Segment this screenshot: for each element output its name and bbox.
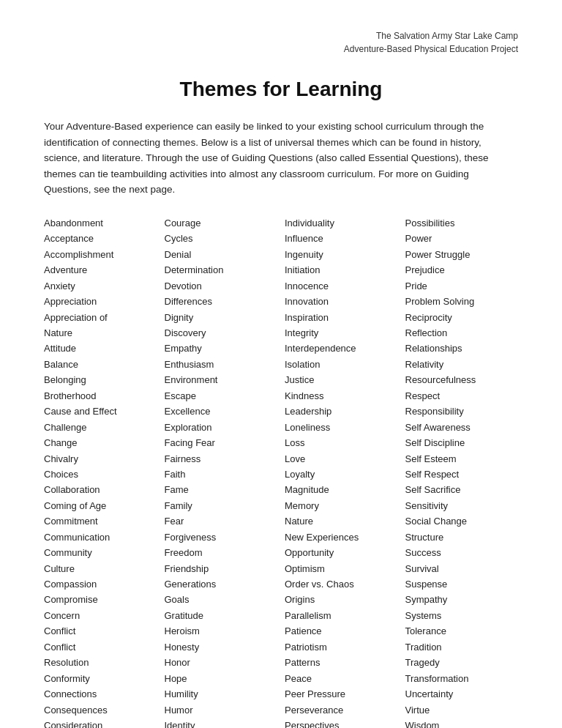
- list-item: Love: [285, 451, 398, 467]
- list-item: Loss: [285, 435, 398, 450]
- header-line1: The Salvation Army Star Lake Camp: [376, 31, 518, 41]
- list-item: Friendship: [165, 561, 278, 576]
- list-item: Resourcefulness: [405, 372, 519, 387]
- list-item: Ingenuity: [285, 247, 398, 262]
- list-item: Faith: [165, 467, 278, 482]
- column-4: PossibilitiesPowerPower StrugglePrejudic…: [405, 215, 519, 728]
- list-item: Influence: [285, 231, 398, 246]
- list-item: Discovery: [165, 325, 278, 341]
- list-item: Communication: [44, 530, 157, 545]
- list-item: Dignity: [165, 310, 278, 325]
- list-item: Exploration: [165, 420, 278, 435]
- list-item: Consideration: [44, 718, 157, 728]
- list-item: Loyalty: [285, 467, 398, 482]
- list-item: Family: [165, 498, 278, 513]
- list-item: Possibilities: [405, 215, 519, 231]
- list-item: Structure: [405, 530, 519, 545]
- list-item: Problem Solving: [405, 294, 519, 309]
- list-item: Kindness: [285, 388, 398, 404]
- list-item: Identity: [165, 718, 278, 728]
- list-item: Integrity: [285, 325, 398, 341]
- list-item: Respect: [405, 388, 519, 404]
- list-item: Social Change: [405, 513, 519, 529]
- list-item: Concern: [44, 608, 157, 623]
- list-item: Conflict: [44, 639, 157, 655]
- list-item: Commitment: [44, 513, 157, 529]
- list-item: Perspectives: [285, 718, 398, 728]
- list-item: Devotion: [165, 278, 278, 294]
- column-2: CourageCyclesDenialDeterminationDevotion…: [165, 215, 278, 728]
- list-item: Fear: [165, 513, 278, 529]
- list-item: Heroism: [165, 623, 278, 639]
- list-item: Appreciation of: [44, 310, 157, 325]
- list-item: Success: [405, 545, 519, 560]
- list-item: Patterns: [285, 655, 398, 670]
- list-item: Change: [44, 435, 157, 450]
- list-item: Goals: [165, 592, 278, 607]
- list-item: Origins: [285, 592, 398, 607]
- list-item: Environment: [165, 372, 278, 387]
- list-item: Forgiveness: [165, 530, 278, 545]
- intro-paragraph: Your Adventure-Based experience can easi…: [44, 119, 518, 198]
- list-item: Culture: [44, 561, 157, 576]
- list-item: Adventure: [44, 262, 157, 278]
- list-item: Belonging: [44, 372, 157, 387]
- list-item: Patience: [285, 623, 398, 639]
- list-item: Responsibility: [405, 404, 519, 419]
- list-item: Magnitude: [285, 482, 398, 497]
- list-item: Parallelism: [285, 608, 398, 623]
- list-item: Power Struggle: [405, 247, 519, 262]
- list-item: Systems: [405, 608, 519, 623]
- list-item: New Experiences: [285, 530, 398, 545]
- list-item: Conflict: [44, 623, 157, 639]
- list-item: Enthusiasm: [165, 357, 278, 372]
- list-item: Inspiration: [285, 310, 398, 325]
- list-item: Courage: [165, 215, 278, 231]
- list-item: Innocence: [285, 278, 398, 294]
- list-item: Memory: [285, 498, 398, 513]
- list-item: Self Sacrifice: [405, 482, 519, 497]
- list-item: Isolation: [285, 357, 398, 372]
- list-item: Virtue: [405, 702, 519, 718]
- list-item: Pride: [405, 278, 519, 294]
- list-item: Survival: [405, 561, 519, 576]
- list-item: Generations: [165, 576, 278, 592]
- list-item: Compassion: [44, 576, 157, 592]
- list-item: Anxiety: [44, 278, 157, 294]
- list-item: Leadership: [285, 404, 398, 419]
- list-item: Fame: [165, 482, 278, 497]
- list-item: Nature: [285, 513, 398, 529]
- page: The Salvation Army Star Lake Camp Advent…: [0, 0, 562, 728]
- list-item: Self Discipline: [405, 435, 519, 450]
- list-item: Relativity: [405, 357, 519, 372]
- list-item: Loneliness: [285, 420, 398, 435]
- list-item: Appreciation: [44, 294, 157, 309]
- list-item: Patriotism: [285, 639, 398, 655]
- list-item: Escape: [165, 388, 278, 404]
- list-item: Connections: [44, 686, 157, 702]
- list-item: Tolerance: [405, 623, 519, 639]
- list-item: Self Respect: [405, 467, 519, 482]
- list-item: Self Awareness: [405, 420, 519, 435]
- list-item: Wisdom: [405, 718, 519, 728]
- list-item: Individuality: [285, 215, 398, 231]
- column-1: AbandonmentAcceptanceAccomplishmentAdven…: [44, 215, 157, 728]
- list-item: Resolution: [44, 655, 157, 670]
- list-item: Relationships: [405, 341, 519, 356]
- list-item: Freedom: [165, 545, 278, 560]
- list-item: Chivalry: [44, 451, 157, 467]
- list-item: Prejudice: [405, 262, 519, 278]
- list-item: Determination: [165, 262, 278, 278]
- list-item: Accomplishment: [44, 247, 157, 262]
- list-item: Facing Fear: [165, 435, 278, 450]
- list-item: Challenge: [44, 420, 157, 435]
- list-item: Coming of Age: [44, 498, 157, 513]
- list-item: Gratitude: [165, 608, 278, 623]
- list-item: Cause and Effect: [44, 404, 157, 419]
- list-item: Tragedy: [405, 655, 519, 670]
- list-item: Abandonment: [44, 215, 157, 231]
- list-item: Cycles: [165, 231, 278, 246]
- list-item: Optimism: [285, 561, 398, 576]
- list-item: Humor: [165, 702, 278, 718]
- list-item: Uncertainty: [405, 686, 519, 702]
